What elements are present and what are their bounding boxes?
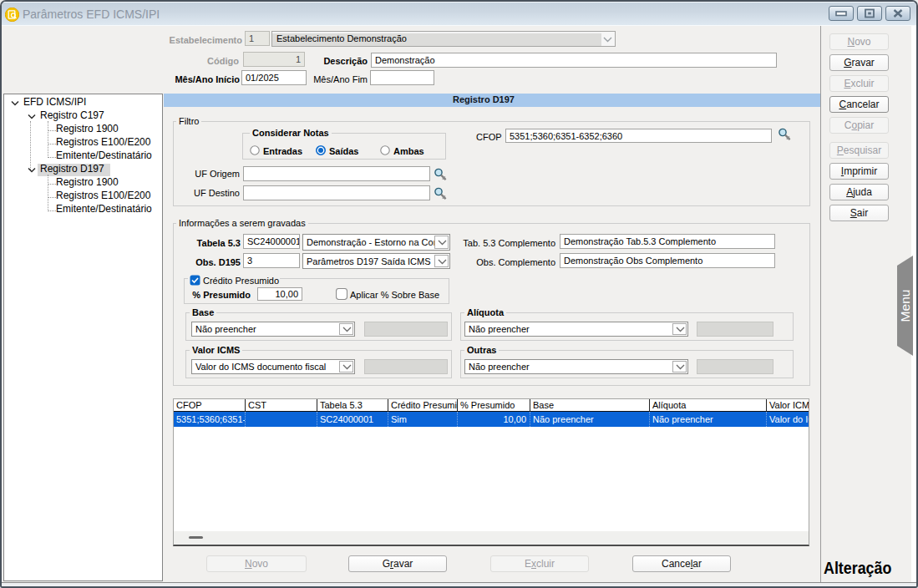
svg-text:Menu: Menu	[898, 290, 912, 322]
